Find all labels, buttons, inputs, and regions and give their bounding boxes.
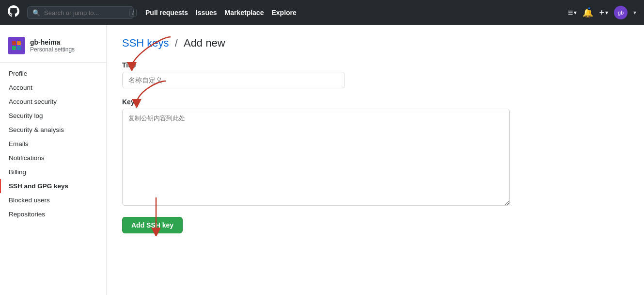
- nav-issues[interactable]: Issues: [196, 9, 217, 16]
- user-avatar[interactable]: gb: [614, 6, 628, 19]
- nav-explore[interactable]: Explore: [271, 9, 296, 16]
- search-icon: 🔍: [32, 9, 40, 16]
- sidebar-nav: Profile Account Account security Securit…: [0, 66, 106, 221]
- sidebar: gb-heima Personal settings Profile Accou…: [0, 25, 107, 295]
- sidebar-item-security-analysis: Security & analysis: [0, 123, 106, 137]
- add-ssh-key-form: Title Key: [122, 61, 628, 233]
- create-new-button[interactable]: + ▾: [599, 8, 608, 18]
- hamburger-menu-button[interactable]: ≡ ▾: [568, 8, 577, 18]
- main-content: SSH keys / Add new Title: [107, 25, 644, 295]
- title-label: Title: [122, 61, 628, 69]
- sidebar-avatar: [8, 37, 25, 54]
- search-input[interactable]: [44, 9, 126, 16]
- sidebar-link-account[interactable]: Account: [0, 81, 106, 95]
- title-form-group: Title: [122, 61, 628, 88]
- key-form-group: Key: [122, 98, 628, 207]
- github-logo-icon[interactable]: [8, 5, 19, 20]
- sidebar-subtitle: Personal settings: [30, 46, 75, 53]
- sidebar-link-account-security[interactable]: Account security: [0, 95, 106, 109]
- navbar: 🔍 / Pull requests Issues Marketplace Exp…: [0, 0, 644, 25]
- page-wrapper: gb-heima Personal settings Profile Accou…: [0, 25, 644, 295]
- sidebar-item-billing: Billing: [0, 165, 106, 179]
- sidebar-link-ssh-gpg-keys[interactable]: SSH and GPG keys: [0, 179, 106, 193]
- sidebar-username: gb-heima: [30, 38, 75, 46]
- svg-rect-2: [12, 46, 16, 50]
- sidebar-item-security-log: Security log: [0, 109, 106, 123]
- sidebar-link-billing[interactable]: Billing: [0, 165, 106, 179]
- navbar-right: ≡ ▾ 🔔 + ▾ gb ▾: [568, 6, 636, 19]
- sidebar-item-profile: Profile: [0, 66, 106, 81]
- key-label: Key: [122, 98, 628, 106]
- key-textarea[interactable]: [122, 109, 510, 206]
- breadcrumb-link[interactable]: SSH keys: [122, 37, 169, 49]
- svg-rect-0: [12, 41, 16, 45]
- sidebar-link-notifications[interactable]: Notifications: [0, 151, 106, 165]
- content-area: SSH keys / Add new Title: [122, 37, 628, 233]
- sidebar-item-emails: Emails: [0, 137, 106, 151]
- breadcrumb-separator: /: [175, 37, 181, 49]
- chevron-down-icon: ▾: [574, 9, 577, 16]
- svg-rect-1: [17, 41, 21, 45]
- sidebar-item-repositories: Repositories: [0, 207, 106, 221]
- plus-icon: +: [599, 8, 604, 18]
- svg-rect-3: [17, 46, 21, 50]
- nav-links: Pull requests Issues Marketplace Explore: [145, 9, 297, 16]
- sidebar-link-blocked-users[interactable]: Blocked users: [0, 193, 106, 207]
- slash-shortcut: /: [129, 9, 137, 16]
- hamburger-icon: ≡: [568, 8, 573, 18]
- nav-pull-requests[interactable]: Pull requests: [145, 9, 188, 16]
- sidebar-item-notifications: Notifications: [0, 151, 106, 165]
- page-title: SSH keys / Add new: [122, 37, 628, 49]
- sidebar-item-account-security: Account security: [0, 95, 106, 109]
- notifications-button[interactable]: 🔔: [582, 7, 593, 18]
- sidebar-item-ssh-gpg-keys: SSH and GPG keys: [0, 179, 106, 193]
- sidebar-user-section: gb-heima Personal settings: [0, 33, 106, 63]
- breadcrumb-current: Add new: [184, 37, 225, 49]
- sidebar-link-emails[interactable]: Emails: [0, 137, 106, 151]
- avatar-chevron-icon: ▾: [633, 9, 636, 16]
- sidebar-user-info: gb-heima Personal settings: [30, 38, 75, 53]
- sidebar-link-security-analysis[interactable]: Security & analysis: [0, 123, 106, 137]
- nav-marketplace[interactable]: Marketplace: [225, 9, 264, 16]
- create-chevron-icon: ▾: [605, 9, 608, 16]
- sidebar-link-security-log[interactable]: Security log: [0, 109, 106, 123]
- search-box[interactable]: 🔍 /: [27, 6, 134, 19]
- title-input[interactable]: [122, 72, 345, 88]
- sidebar-item-account: Account: [0, 81, 106, 95]
- sidebar-link-profile[interactable]: Profile: [0, 66, 106, 81]
- submit-group: Add SSH key: [122, 217, 628, 233]
- sidebar-link-repositories[interactable]: Repositories: [0, 207, 106, 221]
- sidebar-item-blocked-users: Blocked users: [0, 193, 106, 207]
- add-ssh-key-button[interactable]: Add SSH key: [122, 217, 183, 233]
